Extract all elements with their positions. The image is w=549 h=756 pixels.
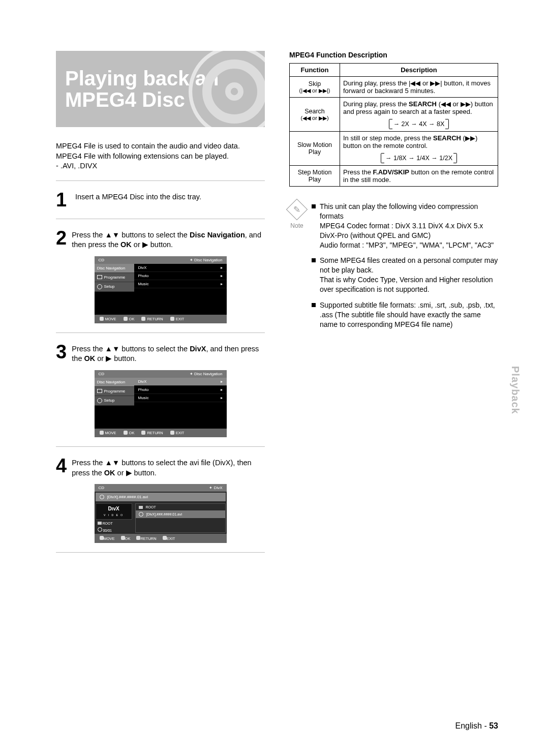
osd-footer: MOVE OK RETURN EXIT (95, 315, 227, 323)
svg-point-3 (231, 88, 238, 95)
ok-icon (124, 431, 128, 435)
page-number: 53 (489, 721, 498, 730)
step-text: Press the ▲▼ buttons to select the DivX,… (72, 342, 265, 364)
chevron-right-icon: ▸ (221, 379, 223, 384)
bullet-icon (312, 204, 316, 208)
note-icon: ✎ (286, 199, 308, 220)
move-icon (100, 317, 104, 321)
exit-icon (170, 317, 174, 321)
search-buttons-icon: (◀◀ or ▶▶) (293, 115, 337, 122)
play-icon: ▶ (126, 469, 132, 477)
osd-breadcrumb: ✦ DivX (209, 486, 222, 490)
divider (56, 180, 265, 181)
table-row: Slow Motion Play In still or step mode, … (290, 132, 498, 166)
disc-icon (189, 51, 265, 127)
step-number: 2 (56, 228, 67, 248)
osd-cd-label: CD (99, 372, 105, 376)
th-description: Description (340, 64, 498, 77)
hero-line-2: MPEG4 Disc (65, 88, 185, 111)
up-down-icon: ▲▼ (105, 345, 120, 353)
up-down-icon: ▲▼ (105, 459, 119, 467)
divider (56, 552, 265, 553)
chevron-right-icon: ▸ (221, 396, 223, 400)
step-text: Press the ▲▼ buttons to select the avi f… (72, 456, 265, 478)
osd-main: DivX▸ Photo▸ Music▸ (134, 264, 227, 315)
intro-p2: MPEG4 File with following extensions can… (56, 152, 265, 162)
list-item: Supported subtitle file formats: .smi, .… (312, 300, 498, 329)
fn-slow-motion: Slow Motion Play (290, 132, 340, 166)
return-icon (141, 431, 145, 435)
move-icon (100, 431, 104, 435)
function-table-heading: MPEG4 Function Description (289, 51, 498, 59)
divider (56, 446, 265, 447)
skip-buttons-icon: (|◀◀ or ▶▶|) (293, 87, 337, 94)
step-text: Press the ▲▼ buttons to select the Disc … (72, 228, 265, 250)
osd-list-root: ROOT (136, 504, 225, 510)
divx-logo: DıvX V I D E O (96, 503, 132, 520)
bullet-icon (312, 258, 316, 262)
speed-sequence: → 1/8X → 1/4X → 1/2X (381, 154, 457, 163)
osd-side-setup: Setup (95, 396, 134, 406)
bullet-icon (312, 303, 316, 307)
table-row: Step Motion Play Press the F.ADV/SKIP bu… (290, 166, 498, 187)
play-icon: ▶ (106, 354, 112, 362)
osd-sidebar: Disc Navigation Programme Setup (95, 378, 134, 429)
table-row: Search (◀◀ or ▶▶) During play, press the… (290, 98, 498, 132)
page-footer: English - 53 (455, 721, 499, 731)
osd-screenshot-nav: CD ✦ Disc Navigation Disc Navigation Pro… (95, 256, 227, 323)
fn-step-motion: Step Motion Play (290, 166, 340, 187)
right-column: MPEG4 Function Description Function Desc… (289, 51, 498, 562)
osd-row-divx: DivX▸ (134, 378, 227, 386)
intro-p3: - .AVI, .DIVX (56, 161, 265, 171)
disc-small-icon (98, 527, 102, 532)
osd-side-programme: Programme (95, 273, 134, 282)
divider (56, 332, 265, 333)
divider (56, 219, 265, 219)
step-number: 3 (56, 342, 67, 361)
up-down-icon: ▲▼ (105, 231, 119, 239)
move-icon (100, 536, 104, 540)
folder-icon (139, 506, 143, 509)
speed-sequence: → 2X → 4X → 8X (389, 119, 449, 129)
table-row: Skip (|◀◀ or ▶▶|) During play, press the… (290, 77, 498, 98)
manual-page: Playing back an MPEG4 Disc MPEG4 File is… (0, 0, 549, 756)
fn-search-desc: During play, press the SEARCH (◀◀ or ▶▶)… (340, 98, 498, 132)
th-function: Function (290, 64, 340, 77)
step-text: Insert a MPEG4 Disc into the disc tray. (75, 190, 201, 202)
step-2: 2 Press the ▲▼ buttons to select the Dis… (56, 228, 265, 250)
return-icon (141, 317, 145, 321)
chevron-right-icon: ▸ (221, 265, 223, 270)
osd-row-divx: DivX▸ (134, 264, 227, 272)
osd-list-file: [DivX].###.####.01.avi (136, 510, 225, 518)
ok-icon (124, 317, 128, 321)
forward-icon: ▶▶ (465, 134, 475, 142)
osd-file-list: ROOT [DivX].###.####.01.avi (135, 503, 226, 533)
prev-icon: |◀◀ (409, 79, 420, 87)
osd-row-music: Music▸ (134, 280, 227, 288)
disc-small-icon (100, 495, 104, 499)
osd-header: CD ✦ Disc Navigation (95, 256, 227, 264)
step-4: 4 Press the ▲▼ buttons to select the avi… (56, 456, 265, 478)
fn-search: Search (◀◀ or ▶▶) (290, 98, 340, 132)
osd-breadcrumb: ✦ Disc Navigation (190, 258, 223, 262)
rewind-icon: ◀◀ (441, 100, 451, 108)
osd-row-music: Music▸ (134, 394, 227, 402)
gear-icon (97, 284, 102, 289)
exit-icon (170, 431, 174, 435)
osd-screenshot-filelist: CD ✦ DivX [DivX].###.####.01.avi DıvX (95, 484, 227, 543)
osd-row-photo: Photo▸ (134, 272, 227, 280)
osd-main: DivX▸ Photo▸ Music▸ (134, 378, 227, 429)
note-block: ✎ Note This unit can play the following … (289, 202, 498, 336)
osd-selected-file: [DivX].###.####.01.avi (96, 493, 226, 501)
next-icon: ▶▶| (430, 79, 442, 87)
osd-header: CD ✦ DivX (95, 484, 227, 492)
fn-slow-desc: In still or step mode, press the SEARCH … (340, 132, 498, 166)
forward-icon: ▶▶ (461, 100, 471, 108)
osd-cd-label: CD (99, 258, 105, 262)
osd-side-programme: Programme (95, 387, 134, 396)
table-header-row: Function Description (290, 64, 498, 77)
osd-side-disc-navigation: Disc Navigation (95, 378, 134, 387)
function-table: Function Description Skip (|◀◀ or ▶▶|) D… (289, 63, 498, 187)
footer-language: English (455, 721, 482, 730)
fn-step-desc: Press the F.ADV/SKIP button on the remot… (340, 166, 498, 187)
